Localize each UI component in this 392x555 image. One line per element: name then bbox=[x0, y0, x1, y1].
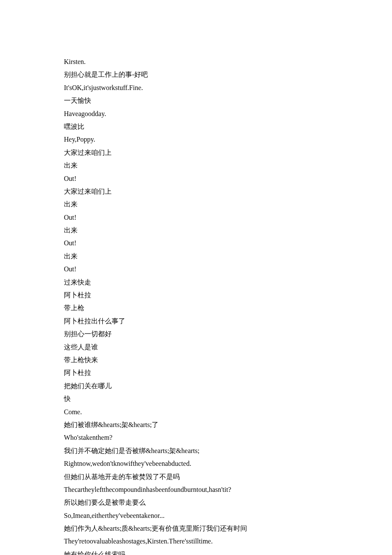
text-line: 这些人是谁 bbox=[64, 341, 328, 354]
text-line: They'retoovaluableashostages,Kirsten.The… bbox=[64, 535, 328, 548]
text-line: So,Imean,eitherthey'vebeentakenor... bbox=[64, 509, 328, 522]
text-line: 出来 bbox=[64, 250, 328, 263]
text-line: Hey,Poppy. bbox=[64, 133, 328, 146]
text-line: 别担心一切都好 bbox=[64, 328, 328, 340]
text-line: 大家过来咱们上 bbox=[64, 146, 328, 159]
text-line: 一天愉快 bbox=[64, 94, 328, 107]
text-line: It'sOK,it'sjustworkstuff.Fine. bbox=[64, 81, 328, 94]
text-line: Haveagoodday. bbox=[64, 108, 328, 120]
text-line: 阿卜杜拉 bbox=[64, 289, 328, 302]
text-line: 带上枪 bbox=[64, 302, 328, 314]
text-line: Kirsten. bbox=[64, 55, 328, 68]
text-line: 阿卜杜拉出什么事了 bbox=[64, 315, 328, 328]
text-line: 阿卜杜拉 bbox=[64, 366, 328, 379]
text-line: 别担心就是工作上的事-好吧 bbox=[64, 68, 328, 81]
text-line: 她有给你什么线索吗 bbox=[64, 548, 328, 555]
text-line: 大家过来咱们上 bbox=[64, 185, 328, 198]
text-line: 所以她们要么是被带走要么 bbox=[64, 496, 328, 509]
text-line: 把她们关在哪儿 bbox=[64, 380, 328, 392]
text-line: 她们被谁绑&hearts;架&hearts;了 bbox=[64, 418, 328, 431]
text-line: 出来 bbox=[64, 198, 328, 211]
text-line: Out! bbox=[64, 237, 328, 250]
text-line: Rightnow,wedon'tknowifthey'vebeenabducte… bbox=[64, 457, 328, 470]
text-line: 嘿波比 bbox=[64, 120, 328, 133]
document-page: Kirsten.别担心就是工作上的事-好吧It'sOK,it'sjustwork… bbox=[0, 0, 392, 555]
text-line: Out! bbox=[64, 263, 328, 276]
text-line: Come. bbox=[64, 406, 328, 418]
text-line: 出来 bbox=[64, 224, 328, 237]
text-line: Out! bbox=[64, 172, 328, 185]
text-content: Kirsten.别担心就是工作上的事-好吧It'sOK,it'sjustwork… bbox=[64, 55, 328, 555]
text-line: 过来快走 bbox=[64, 276, 328, 289]
text-line: 快 bbox=[64, 392, 328, 405]
text-line: Thecartheyleftthecompoundinhasbeenfoundb… bbox=[64, 483, 328, 496]
text-line: Who'stakenthem? bbox=[64, 431, 328, 444]
text-line: 但她们从基地开走的车被焚毁了不是吗 bbox=[64, 471, 328, 483]
text-line: 带上枪快来 bbox=[64, 354, 328, 366]
text-line: Out! bbox=[64, 211, 328, 224]
text-line: 她们作为人&hearts;质&hearts;更有价值克里斯汀我们还有时间 bbox=[64, 522, 328, 535]
text-line: 出来 bbox=[64, 159, 328, 172]
text-line: 我们并不确定她们是否被绑&hearts;架&hearts; bbox=[64, 445, 328, 457]
